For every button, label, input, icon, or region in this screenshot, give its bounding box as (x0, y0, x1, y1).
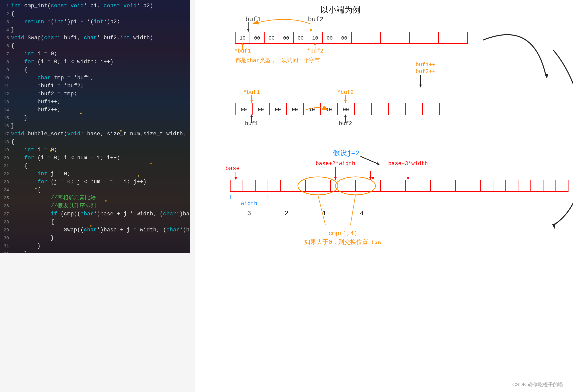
svg-rect-86 (380, 180, 393, 192)
code-token-kw: char (44, 34, 57, 42)
top-memory-array: 10 00 00 00 00 10 00 00 (235, 32, 468, 44)
code-token-kw: void (11, 34, 24, 42)
code-line: 12 *buf2 = tmp; (0, 90, 190, 98)
line-number: 18 (2, 138, 9, 146)
code-line: 18{ (0, 138, 190, 146)
svg-text:10: 10 (240, 35, 246, 41)
code-token-kw: for (24, 58, 34, 66)
swap-note: 如果大于0，则交换位置（sw (304, 239, 381, 246)
code-token-plain: cmp_int( (21, 2, 51, 10)
code-token-plain: *)base + (j + 1) * width) > 0) (176, 210, 190, 218)
code-token-plain: *)base + j * width, ( (97, 226, 166, 234)
line-number: 8 (2, 58, 9, 66)
code-token-kw: char (80, 210, 94, 218)
svg-line-107 (350, 195, 355, 225)
svg-rect-89 (418, 180, 431, 192)
code-line: 10 char tmp = *buf1; (0, 74, 190, 82)
svg-text:00: 00 (254, 35, 260, 41)
code-line: 28 { (0, 218, 190, 226)
code-token-plain: { (11, 162, 28, 170)
svg-marker-3 (310, 29, 312, 32)
svg-rect-98 (531, 180, 543, 192)
code-line: 9 { (0, 66, 190, 74)
code-line: 17void bubble_sort(void* base, size_t nu… (0, 130, 190, 138)
code-token-plain (11, 210, 51, 218)
code-token-kw: void (71, 2, 84, 10)
code-line: 1int cmp_int(const void* p1, const void*… (0, 2, 190, 10)
code-token-plain (11, 194, 51, 202)
line-number: 17 (2, 130, 9, 138)
base-label: base (225, 165, 240, 172)
char-type-note: 都是char类型，一次访问一个字节 (235, 57, 320, 64)
code-line: 26 //假设以升序排列 (0, 202, 190, 210)
svg-rect-85 (368, 180, 380, 192)
line-number: 24 (2, 186, 9, 194)
svg-rect-57 (423, 103, 440, 115)
line-number: 25 (2, 194, 9, 202)
svg-rect-75 (243, 180, 255, 192)
line-number: 32 (2, 250, 9, 253)
code-token-plain: *)base + j * width, ( (94, 210, 163, 218)
code-token-kw: char (84, 226, 97, 234)
svg-text:00: 00 (341, 35, 347, 41)
code-token-plain: } (11, 114, 28, 122)
code-token-kw: for (24, 154, 34, 162)
code-token-plain: { (11, 42, 14, 50)
line-number: 5 (2, 34, 9, 42)
svg-rect-100 (556, 180, 568, 192)
code-line: 19 int i = 0; (0, 146, 190, 154)
line-number: 26 (2, 202, 9, 210)
bottom-memory-array (230, 180, 568, 192)
svg-text:10: 10 (312, 35, 318, 41)
code-token-kw: int (54, 18, 64, 26)
buf1pp-label: buf1++ (416, 62, 435, 68)
svg-text:00: 00 (292, 107, 298, 113)
svg-rect-54 (371, 103, 389, 115)
code-token-kw: void (123, 2, 137, 10)
svg-rect-93 (468, 180, 481, 192)
code-token-plain: { (11, 218, 54, 226)
code-token-plain: * buf1, (57, 34, 84, 42)
code-token-kw: int (24, 50, 34, 58)
code-line: 13 buf1++; (0, 98, 190, 106)
line-number: 13 (2, 98, 9, 106)
svg-rect-83 (343, 180, 355, 192)
code-token-plain: * p2) (137, 2, 153, 10)
code-line: 7 int i = 0; (0, 50, 190, 58)
svg-rect-99 (543, 180, 556, 192)
code-token-plain: } (11, 242, 41, 250)
code-token-plain: *( (44, 18, 54, 26)
code-line: 15 } (0, 114, 190, 122)
code-token-kw: const (51, 2, 67, 10)
svg-marker-63 (377, 162, 380, 165)
code-token-plain: Swap( (24, 34, 44, 42)
code-token-plain (11, 154, 24, 162)
svg-text:00: 00 (241, 107, 247, 113)
svg-text:00: 00 (283, 35, 289, 41)
width-label: width (241, 201, 257, 207)
code-line: 29 Swap((char*)base + j * width, (char*)… (0, 226, 190, 234)
line-number: 21 (2, 162, 9, 170)
base3w-label: base+3*width (388, 161, 428, 167)
code-token-kw: char (163, 210, 176, 218)
svg-rect-74 (230, 180, 243, 192)
code-token-kw: void (67, 130, 80, 138)
svg-text:00: 00 (298, 35, 304, 41)
code-token-plain: bubble_sort( (24, 130, 67, 138)
svg-rect-82 (330, 180, 343, 192)
line-number: 31 (2, 242, 9, 250)
code-token-plain: buf2++; (11, 106, 61, 114)
code-line: 3 return *(int*)p1 - *(int*)p2; (0, 18, 190, 26)
mid-memory-array: 00 00 00 00 10 10 00 (235, 103, 440, 115)
code-token-kw: int (11, 2, 21, 10)
svg-rect-95 (493, 180, 506, 192)
line-number: 2 (2, 10, 9, 18)
line-number: 12 (2, 90, 9, 98)
svg-marker-1 (247, 29, 250, 32)
code-line: 6{ (0, 42, 190, 50)
buf2-label-top: buf2 (308, 16, 323, 23)
code-token-plain (11, 58, 24, 66)
code-token-plain (120, 2, 123, 10)
code-token-cm: //两相邻元素比较 (51, 194, 96, 202)
code-token-plain: width) (130, 34, 153, 42)
